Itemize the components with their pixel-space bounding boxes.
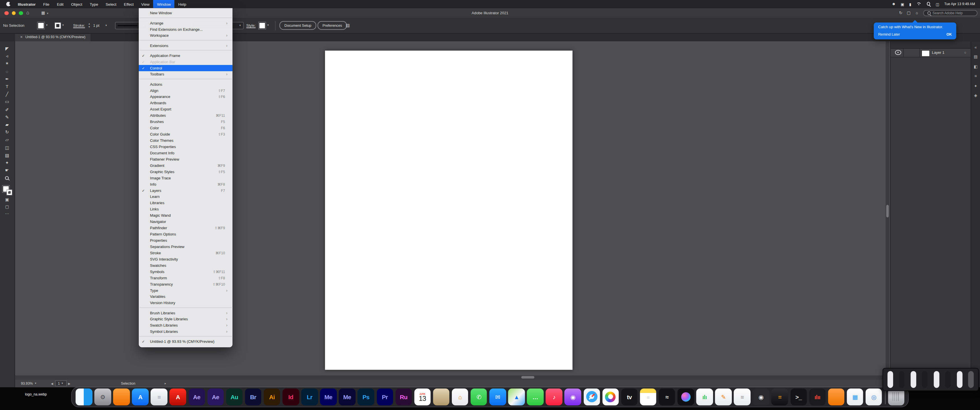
dock-premiere-rush[interactable]: Ru xyxy=(395,389,412,405)
window-menu-item[interactable]: ✓ Untitled-1 @ 93.93 % (CMYK/Preview) xyxy=(139,338,232,345)
dock-notes[interactable]: ≡ xyxy=(640,389,656,405)
user-switch-icon[interactable]: ☻ xyxy=(892,2,896,6)
spotlight-search-icon[interactable] xyxy=(926,2,931,6)
selection-tool[interactable]: ◤ xyxy=(0,45,14,52)
dock-lightroom[interactable]: Lr xyxy=(301,389,318,405)
dock-photo-booth[interactable]: ◉ xyxy=(752,389,769,405)
dock-pages[interactable]: ✎ xyxy=(715,389,732,405)
document-setup-button[interactable]: Document Setup xyxy=(280,21,317,30)
window-menu-item[interactable]: Actions xyxy=(139,81,232,87)
dock-stocks[interactable]: ≈ xyxy=(659,389,675,405)
align-options-icon[interactable]: ▤ xyxy=(345,23,350,28)
eraser-tool[interactable]: ▰ xyxy=(0,121,14,129)
layer-row[interactable]: Layer 1 ○ xyxy=(891,48,970,57)
display-icon[interactable]: ▣ xyxy=(901,2,904,6)
stroke-width-value[interactable]: 1 pt xyxy=(93,24,99,27)
menubar-item[interactable]: Object xyxy=(67,0,86,8)
line-segment-tool[interactable]: ╱ xyxy=(0,90,14,98)
menubar-item[interactable]: Window xyxy=(153,0,175,8)
screen-mode-button[interactable]: ▢ xyxy=(0,203,14,210)
collapse-panels-icon[interactable]: « xyxy=(975,45,977,49)
shape-builder-tool[interactable]: ◫ xyxy=(0,143,14,151)
dock-preview[interactable]: ◎ xyxy=(865,389,882,405)
window-menu-item[interactable]: Stroke ⌘F10 xyxy=(139,249,232,256)
control-center-icon[interactable]: ◫ xyxy=(935,2,939,6)
window-menu-item[interactable]: Brush Libraries › xyxy=(139,310,232,316)
window-menu-item[interactable]: Arrange › xyxy=(139,20,232,26)
apple-menu-icon[interactable] xyxy=(6,2,10,6)
style-panel-link[interactable]: Style: xyxy=(246,24,256,27)
direct-selection-tool[interactable]: ◃ xyxy=(0,52,14,60)
window-menu-item[interactable]: Info ⌘F8 xyxy=(139,181,232,187)
dock-mail[interactable]: ✉ xyxy=(490,389,506,405)
dock-automator[interactable] xyxy=(433,389,450,405)
dock-indesign[interactable]: Id xyxy=(283,389,299,405)
dock-acrobat[interactable]: A xyxy=(170,389,186,405)
window-menu-item[interactable]: Transparency ⇧⌘F10 xyxy=(139,281,232,287)
next-artboard-icon[interactable]: ▶ xyxy=(68,382,70,385)
window-menu-item[interactable]: SVG Interactivity xyxy=(139,256,232,262)
floating-palette-window[interactable] xyxy=(883,368,979,391)
desktop-file-label[interactable]: logo_na.webp xyxy=(25,393,47,396)
dock-bridge[interactable]: Br xyxy=(245,389,261,405)
dock-audition[interactable]: Au xyxy=(226,389,242,405)
rotate-tool[interactable]: ↻ xyxy=(0,129,14,136)
menubar-item[interactable]: View xyxy=(138,0,154,8)
window-menu-item[interactable]: Type › xyxy=(139,287,232,293)
dock-media-encoder-beta[interactable]: Me xyxy=(339,389,356,405)
whats-new-icon[interactable]: ☼ xyxy=(915,11,919,15)
layer-visibility-eye-icon[interactable] xyxy=(895,50,901,55)
window-menu-item[interactable]: Appearance ⇧F6 xyxy=(139,94,232,100)
zoom-window-button[interactable] xyxy=(19,11,23,15)
panel-tab-icon[interactable]: ▤ xyxy=(974,55,978,59)
window-menu-item[interactable]: Asset Export xyxy=(139,106,232,112)
menubar-item[interactable]: Help xyxy=(175,0,190,8)
layer-target-icon[interactable]: ○ xyxy=(964,51,966,54)
vertical-scrollbar[interactable] xyxy=(885,41,889,375)
window-menu-item[interactable]: Swatch Libraries › xyxy=(139,322,232,328)
dock-messages[interactable]: … xyxy=(527,389,544,405)
window-menu-item[interactable]: Separations Preview xyxy=(139,243,232,250)
menubar-item[interactable]: Illustrator xyxy=(14,0,39,8)
window-menu-item[interactable]: Color Guide ⇧F3 xyxy=(139,131,232,137)
artboard[interactable] xyxy=(325,51,573,370)
dock-reminders[interactable]: ≡ xyxy=(734,389,750,405)
dock-facetime[interactable]: ✆ xyxy=(471,389,487,405)
window-menu-item[interactable]: Graphic Styles ⇧F5 xyxy=(139,168,232,175)
fill-color-swatch[interactable]: ▼ xyxy=(38,22,48,29)
pencil-tool[interactable]: ✎ xyxy=(0,113,14,121)
dock-home[interactable]: ⌂ xyxy=(452,389,468,405)
menubar-item[interactable]: Type xyxy=(86,0,102,8)
window-menu-item[interactable]: Variables xyxy=(139,293,232,300)
minimize-window-button[interactable] xyxy=(12,11,16,15)
window-menu-item[interactable]: Graphic Style Libraries › xyxy=(139,316,232,322)
horizontal-scrollbar[interactable] xyxy=(15,375,885,379)
window-menu-item[interactable]: Document Info xyxy=(139,149,232,156)
window-menu-item[interactable]: New Window xyxy=(139,10,232,16)
previous-artboard-icon[interactable]: ◀ xyxy=(51,382,53,385)
horizontal-scrollbar-thumb[interactable] xyxy=(521,376,534,379)
dock-calculator[interactable]: = xyxy=(772,389,788,405)
panel-tab-icon[interactable]: ◈ xyxy=(974,94,977,98)
dock-finder[interactable] xyxy=(75,389,92,405)
sync-status-icon[interactable]: ↻ xyxy=(899,11,902,16)
window-menu-item[interactable]: Symbols ⇧⌘F11 xyxy=(139,268,232,275)
rectangle-tool[interactable]: ▭ xyxy=(0,98,14,106)
dock-calendar[interactable]: APR 13 xyxy=(414,389,431,405)
dock-illustrator[interactable]: Ai xyxy=(264,389,280,405)
window-menu-item[interactable]: Navigator xyxy=(139,218,232,225)
dock-safari[interactable] xyxy=(584,389,600,405)
close-tab-icon[interactable]: ✕ xyxy=(20,35,23,39)
dock-music[interactable]: ♪ xyxy=(546,389,562,405)
window-menu-item[interactable]: ✓ Application Bar xyxy=(139,58,232,65)
window-menu-item[interactable]: Artboards xyxy=(139,100,232,106)
dock-tv[interactable]: tv xyxy=(621,389,638,405)
zoom-tool[interactable] xyxy=(0,174,14,182)
dock-adobe-app-orange[interactable] xyxy=(113,389,130,405)
artboard-number-field[interactable]: 1 ▼ xyxy=(55,380,67,387)
remind-later-button[interactable]: Remind Later xyxy=(878,32,900,36)
window-menu-item[interactable]: Gradient ⌘F9 xyxy=(139,162,232,168)
arrange-documents-icon[interactable]: ▢ xyxy=(907,11,911,16)
window-menu-item[interactable]: Learn xyxy=(139,193,232,200)
dock-premiere-pro[interactable]: Pr xyxy=(377,389,393,405)
